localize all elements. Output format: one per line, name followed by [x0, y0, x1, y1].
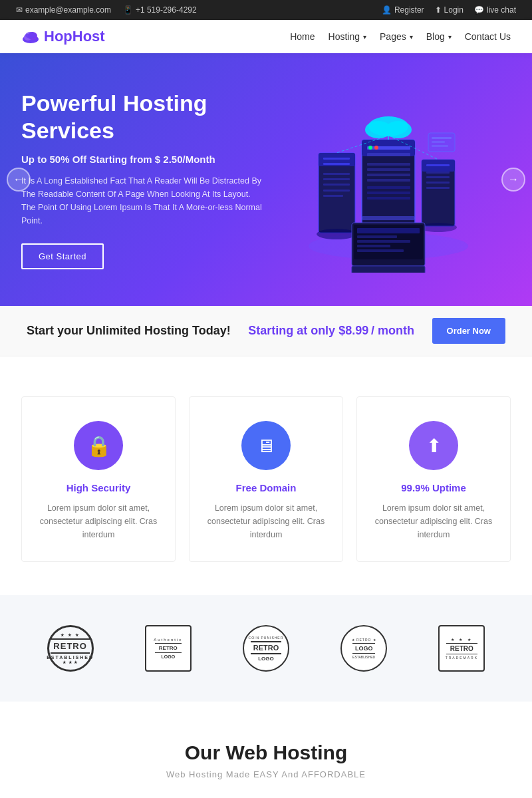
brand-name: HopHost	[44, 28, 105, 45]
logo-badge-4: ★ RETRO ★ LOGO ESTABLISHED	[337, 622, 390, 675]
svg-rect-43	[357, 228, 420, 233]
register-link[interactable]: 👤 Register	[382, 5, 424, 15]
retro-badge-3: COIN PUNISHER RETRO LOGO	[243, 625, 289, 672]
logos-section: ★ ★ ★ RETRO ESTABLISHED ★ ★ ★ Authentic …	[0, 595, 532, 702]
domain-icon: 🖥	[257, 435, 275, 457]
svg-rect-25	[367, 179, 410, 182]
nav-hosting[interactable]: Hosting	[329, 31, 366, 42]
logo-badge-3: COIN PUNISHER RETRO LOGO	[239, 622, 293, 675]
email-link[interactable]: ✉ example@example.com	[16, 5, 111, 15]
svg-rect-53	[432, 137, 452, 139]
feature-title-domain: Free Domain	[203, 482, 329, 493]
logo-badge-1: ★ ★ ★ RETRO ESTABLISHED ★ ★ ★	[44, 622, 97, 675]
topbar-right: 👤 Register ⬆ Login 💬 live chat	[382, 5, 516, 15]
hero-illustration	[266, 86, 511, 273]
feature-card-domain: 🖥 Free Domain Lorem ipsum dolor sit amet…	[189, 396, 343, 562]
svg-rect-36	[426, 172, 450, 174]
nav-pages[interactable]: Pages	[380, 31, 413, 42]
logo-badge-2: Authentic RETRO LOGO	[142, 622, 195, 675]
svg-rect-15	[323, 190, 350, 192]
web-hosting-heading: Our Web Hosting	[21, 741, 511, 764]
phone-icon: 📱	[123, 5, 133, 15]
server-illustration	[282, 86, 495, 273]
uptime-icon-wrap: ⬆	[409, 421, 458, 470]
nav-blog[interactable]: Blog	[426, 31, 452, 42]
topbar-phone: +1 519-296-4292	[136, 5, 197, 15]
promo-price-area: Starting at only $8.99 / month	[248, 324, 414, 338]
svg-rect-37	[426, 176, 450, 178]
svg-rect-22	[367, 163, 410, 166]
svg-rect-14	[323, 184, 350, 186]
svg-rect-21	[367, 153, 410, 156]
brand-logo[interactable]: HopHost	[21, 28, 105, 45]
hero-content: Powerful Hosting Services Up to 50% Off …	[21, 90, 266, 269]
svg-rect-31	[362, 216, 415, 220]
promo-bar: Start your Unlimited Hosting Today! Star…	[0, 306, 532, 356]
feature-desc-domain: Lorem ipsum dolor sit amet, consectetur …	[203, 501, 329, 541]
feature-desc-uptime: Lorem ipsum dolor sit amet, consectetur …	[370, 501, 497, 541]
svg-rect-10	[323, 158, 350, 160]
phone-link[interactable]: 📱 +1 519-296-4292	[123, 5, 197, 15]
logo-badge-5: ★ ★ ★ RETRO TRADEMARK	[435, 622, 488, 675]
nav-contact[interactable]: Contact Us	[465, 31, 511, 42]
svg-rect-47	[357, 249, 404, 252]
svg-rect-13	[323, 178, 350, 180]
promo-price: Starting at only $8.99 / month	[248, 326, 414, 336]
web-hosting-tagline: Web Hosting Made EASY And AFFORDABLE	[21, 769, 511, 779]
hero-section: ← Powerful Hosting Services Up to 50% Of…	[0, 53, 532, 306]
features-section: 🔒 High Security Lorem ipsum dolor sit am…	[0, 356, 532, 595]
web-hosting-section: Our Web Hosting Web Hosting Made EASY An…	[0, 702, 532, 798]
domain-icon-wrap: 🖥	[241, 421, 291, 470]
feature-card-security: 🔒 High Security Lorem ipsum dolor sit am…	[21, 396, 176, 562]
svg-rect-55	[432, 145, 448, 147]
svg-rect-20	[367, 146, 410, 150]
security-icon-wrap: 🔒	[74, 421, 123, 470]
svg-point-3	[25, 32, 36, 39]
email-icon: ✉	[16, 5, 23, 15]
svg-rect-28	[367, 197, 410, 200]
retro-badge-1: ★ ★ ★ RETRO ESTABLISHED ★ ★ ★	[47, 625, 94, 672]
uptime-icon: ⬆	[426, 435, 442, 457]
svg-rect-35	[426, 164, 450, 166]
retro-badge-4: ★ RETRO ★ LOGO ESTABLISHED	[340, 625, 387, 672]
login-link[interactable]: ⬆ Login	[435, 5, 464, 15]
hero-heading: Powerful Hosting Services	[21, 90, 266, 144]
navbar: HopHost Home Hosting Pages Blog Contact …	[0, 20, 532, 53]
svg-rect-11	[323, 163, 350, 165]
cloud-icon	[21, 30, 40, 43]
order-now-button[interactable]: Order Now	[432, 318, 505, 344]
chat-icon: 💬	[474, 5, 484, 15]
hero-subtitle: Up to 50% Off Starting from $ 2.50/Month	[21, 154, 266, 165]
feature-title-uptime: 99.9% Uptime	[370, 482, 497, 493]
hero-description: It Is A Long Established Fact That A Rea…	[21, 174, 266, 227]
svg-rect-46	[357, 245, 390, 247]
svg-rect-54	[432, 141, 445, 143]
svg-point-17	[317, 229, 356, 239]
user-icon: 👤	[382, 5, 392, 15]
topbar-left: ✉ example@example.com 📱 +1 519-296-4292	[16, 5, 197, 15]
svg-rect-23	[367, 168, 410, 171]
feature-desc-security: Lorem ipsum dolor sit amet, consectetur …	[35, 501, 162, 541]
svg-rect-44	[357, 235, 397, 238]
feature-card-uptime: ⬆ 99.9% Uptime Lorem ipsum dolor sit ame…	[356, 396, 511, 562]
svg-rect-12	[323, 173, 350, 175]
nav-links: Home Hosting Pages Blog Contact Us	[290, 31, 511, 42]
get-started-button[interactable]: Get Started	[21, 243, 104, 269]
feature-title-security: High Security	[35, 482, 162, 493]
topbar-email: example@example.com	[25, 5, 111, 15]
slider-prev-button[interactable]: ←	[7, 168, 31, 192]
login-icon: ⬆	[435, 5, 442, 15]
promo-text: Start your Unlimited Hosting Today!	[27, 324, 231, 338]
svg-rect-38	[426, 182, 450, 184]
svg-rect-39	[426, 187, 450, 189]
features-grid: 🔒 High Security Lorem ipsum dolor sit am…	[21, 396, 511, 562]
svg-rect-45	[357, 240, 410, 243]
svg-rect-24	[367, 174, 410, 176]
slider-next-button[interactable]: →	[501, 168, 525, 192]
svg-rect-48	[352, 266, 425, 273]
svg-point-29	[368, 146, 372, 150]
svg-rect-26	[367, 186, 410, 189]
live-chat-link[interactable]: 💬 live chat	[474, 5, 516, 15]
nav-home[interactable]: Home	[290, 31, 315, 42]
lock-icon: 🔒	[86, 434, 111, 458]
